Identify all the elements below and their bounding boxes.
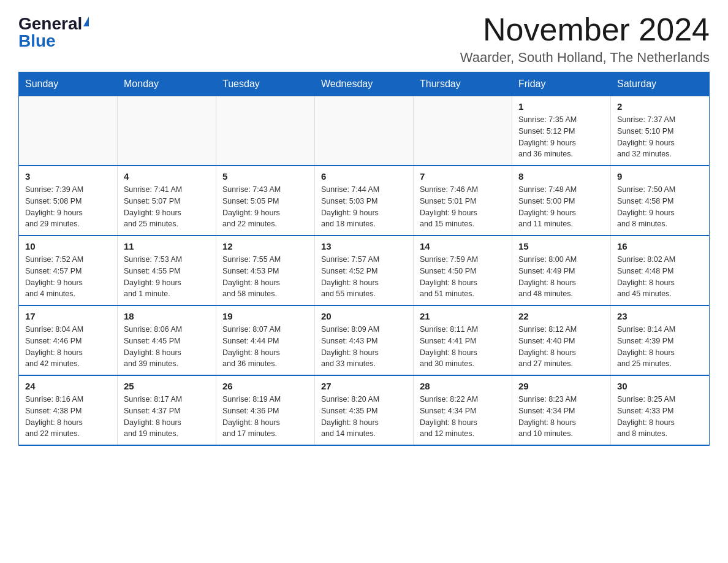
day-number: 10 xyxy=(25,241,111,251)
day-info: Sunrise: 8:04 AMSunset: 4:46 PMDaylight:… xyxy=(25,324,111,370)
day-info: Sunrise: 7:55 AMSunset: 4:53 PMDaylight:… xyxy=(222,254,308,300)
calendar-cell: 13Sunrise: 7:57 AMSunset: 4:52 PMDayligh… xyxy=(315,236,414,305)
day-info: Sunrise: 8:23 AMSunset: 4:34 PMDaylight:… xyxy=(518,394,604,440)
day-number: 19 xyxy=(222,311,308,321)
calendar-cell: 10Sunrise: 7:52 AMSunset: 4:57 PMDayligh… xyxy=(19,236,118,305)
calendar-cell: 4Sunrise: 7:41 AMSunset: 5:07 PMDaylight… xyxy=(118,166,216,236)
day-number: 9 xyxy=(617,171,703,182)
calendar-cell: 28Sunrise: 8:22 AMSunset: 4:34 PMDayligh… xyxy=(414,375,512,445)
day-number: 12 xyxy=(222,241,308,251)
day-info: Sunrise: 8:17 AMSunset: 4:37 PMDaylight:… xyxy=(124,394,210,440)
calendar-cell: 12Sunrise: 7:55 AMSunset: 4:53 PMDayligh… xyxy=(216,236,315,305)
calendar-week-row: 24Sunrise: 8:16 AMSunset: 4:38 PMDayligh… xyxy=(19,375,710,445)
day-number: 17 xyxy=(25,311,111,321)
calendar-cell: 18Sunrise: 8:06 AMSunset: 4:45 PMDayligh… xyxy=(118,305,216,375)
day-info: Sunrise: 8:06 AMSunset: 4:45 PMDaylight:… xyxy=(124,324,210,370)
logo-general: General xyxy=(18,15,82,33)
day-number: 8 xyxy=(518,171,604,182)
day-number: 18 xyxy=(124,311,210,321)
day-info: Sunrise: 8:02 AMSunset: 4:48 PMDaylight:… xyxy=(617,254,703,300)
calendar-cell xyxy=(19,96,118,166)
calendar-cell: 5Sunrise: 7:43 AMSunset: 5:05 PMDaylight… xyxy=(216,166,315,236)
day-info: Sunrise: 8:25 AMSunset: 4:33 PMDaylight:… xyxy=(617,394,703,440)
calendar-cell: 25Sunrise: 8:17 AMSunset: 4:37 PMDayligh… xyxy=(118,375,216,445)
calendar-week-row: 3Sunrise: 7:39 AMSunset: 5:08 PMDaylight… xyxy=(19,166,710,236)
calendar-header-thursday: Thursday xyxy=(414,72,512,96)
day-info: Sunrise: 7:59 AMSunset: 4:50 PMDaylight:… xyxy=(420,254,506,300)
logo: General Blue xyxy=(18,12,89,50)
day-number: 3 xyxy=(25,171,111,182)
day-number: 21 xyxy=(420,311,506,321)
logo-blue: Blue xyxy=(18,31,56,50)
day-info: Sunrise: 8:12 AMSunset: 4:40 PMDaylight:… xyxy=(518,324,604,370)
day-number: 24 xyxy=(25,381,111,391)
calendar-header-tuesday: Tuesday xyxy=(216,72,315,96)
calendar-week-row: 10Sunrise: 7:52 AMSunset: 4:57 PMDayligh… xyxy=(19,236,710,305)
day-number: 26 xyxy=(222,381,308,391)
calendar-header-sunday: Sunday xyxy=(19,72,118,96)
title-area: November 2024 Waarder, South Holland, Th… xyxy=(460,12,710,66)
day-number: 25 xyxy=(124,381,210,391)
day-number: 14 xyxy=(420,241,506,251)
calendar-cell xyxy=(414,96,512,166)
calendar-cell: 16Sunrise: 8:02 AMSunset: 4:48 PMDayligh… xyxy=(611,236,710,305)
day-info: Sunrise: 7:57 AMSunset: 4:52 PMDaylight:… xyxy=(321,254,407,300)
day-info: Sunrise: 8:16 AMSunset: 4:38 PMDaylight:… xyxy=(25,394,111,440)
calendar-header-wednesday: Wednesday xyxy=(315,72,414,96)
calendar-cell: 3Sunrise: 7:39 AMSunset: 5:08 PMDaylight… xyxy=(19,166,118,236)
day-info: Sunrise: 7:48 AMSunset: 5:00 PMDaylight:… xyxy=(518,184,604,230)
day-info: Sunrise: 7:35 AMSunset: 5:12 PMDaylight:… xyxy=(518,114,604,160)
calendar-cell: 17Sunrise: 8:04 AMSunset: 4:46 PMDayligh… xyxy=(19,305,118,375)
calendar-cell: 29Sunrise: 8:23 AMSunset: 4:34 PMDayligh… xyxy=(512,375,611,445)
day-number: 20 xyxy=(321,311,407,321)
day-number: 15 xyxy=(518,241,604,251)
day-info: Sunrise: 8:20 AMSunset: 4:35 PMDaylight:… xyxy=(321,394,407,440)
day-number: 11 xyxy=(124,241,210,251)
calendar-header-saturday: Saturday xyxy=(611,72,710,96)
calendar-cell xyxy=(118,96,216,166)
calendar-header-friday: Friday xyxy=(512,72,611,96)
calendar-cell: 9Sunrise: 7:50 AMSunset: 4:58 PMDaylight… xyxy=(611,166,710,236)
day-number: 28 xyxy=(420,381,506,391)
day-number: 2 xyxy=(617,101,703,112)
calendar-header-monday: Monday xyxy=(118,72,216,96)
day-number: 30 xyxy=(617,381,703,391)
calendar-cell: 7Sunrise: 7:46 AMSunset: 5:01 PMDaylight… xyxy=(414,166,512,236)
day-info: Sunrise: 7:37 AMSunset: 5:10 PMDaylight:… xyxy=(617,114,703,160)
calendar-cell: 23Sunrise: 8:14 AMSunset: 4:39 PMDayligh… xyxy=(611,305,710,375)
day-number: 22 xyxy=(518,311,604,321)
day-number: 5 xyxy=(222,171,308,182)
day-info: Sunrise: 7:53 AMSunset: 4:55 PMDaylight:… xyxy=(124,254,210,300)
calendar-cell: 30Sunrise: 8:25 AMSunset: 4:33 PMDayligh… xyxy=(611,375,710,445)
day-info: Sunrise: 7:41 AMSunset: 5:07 PMDaylight:… xyxy=(124,184,210,230)
day-info: Sunrise: 7:43 AMSunset: 5:05 PMDaylight:… xyxy=(222,184,308,230)
calendar-cell: 6Sunrise: 7:44 AMSunset: 5:03 PMDaylight… xyxy=(315,166,414,236)
day-number: 13 xyxy=(321,241,407,251)
day-number: 1 xyxy=(518,101,604,112)
calendar-cell: 22Sunrise: 8:12 AMSunset: 4:40 PMDayligh… xyxy=(512,305,611,375)
day-info: Sunrise: 7:44 AMSunset: 5:03 PMDaylight:… xyxy=(321,184,407,230)
calendar-cell: 15Sunrise: 8:00 AMSunset: 4:49 PMDayligh… xyxy=(512,236,611,305)
calendar-cell xyxy=(216,96,315,166)
calendar-cell: 24Sunrise: 8:16 AMSunset: 4:38 PMDayligh… xyxy=(19,375,118,445)
calendar-table: SundayMondayTuesdayWednesdayThursdayFrid… xyxy=(18,72,710,446)
day-info: Sunrise: 7:39 AMSunset: 5:08 PMDaylight:… xyxy=(25,184,111,230)
header: General Blue November 2024 Waarder, Sout… xyxy=(18,12,710,66)
calendar-week-row: 17Sunrise: 8:04 AMSunset: 4:46 PMDayligh… xyxy=(19,305,710,375)
calendar-header-row: SundayMondayTuesdayWednesdayThursdayFrid… xyxy=(19,72,710,96)
day-number: 27 xyxy=(321,381,407,391)
calendar-cell xyxy=(315,96,414,166)
calendar-cell: 11Sunrise: 7:53 AMSunset: 4:55 PMDayligh… xyxy=(118,236,216,305)
calendar-cell: 27Sunrise: 8:20 AMSunset: 4:35 PMDayligh… xyxy=(315,375,414,445)
logo-triangle-icon xyxy=(83,17,89,26)
day-info: Sunrise: 8:14 AMSunset: 4:39 PMDaylight:… xyxy=(617,324,703,370)
day-info: Sunrise: 7:46 AMSunset: 5:01 PMDaylight:… xyxy=(420,184,506,230)
day-number: 6 xyxy=(321,171,407,182)
calendar-week-row: 1Sunrise: 7:35 AMSunset: 5:12 PMDaylight… xyxy=(19,96,710,166)
calendar-cell: 8Sunrise: 7:48 AMSunset: 5:00 PMDaylight… xyxy=(512,166,611,236)
day-info: Sunrise: 8:22 AMSunset: 4:34 PMDaylight:… xyxy=(420,394,506,440)
location-subtitle: Waarder, South Holland, The Netherlands xyxy=(460,50,710,66)
calendar-cell: 26Sunrise: 8:19 AMSunset: 4:36 PMDayligh… xyxy=(216,375,315,445)
day-number: 23 xyxy=(617,311,703,321)
day-number: 29 xyxy=(518,381,604,391)
